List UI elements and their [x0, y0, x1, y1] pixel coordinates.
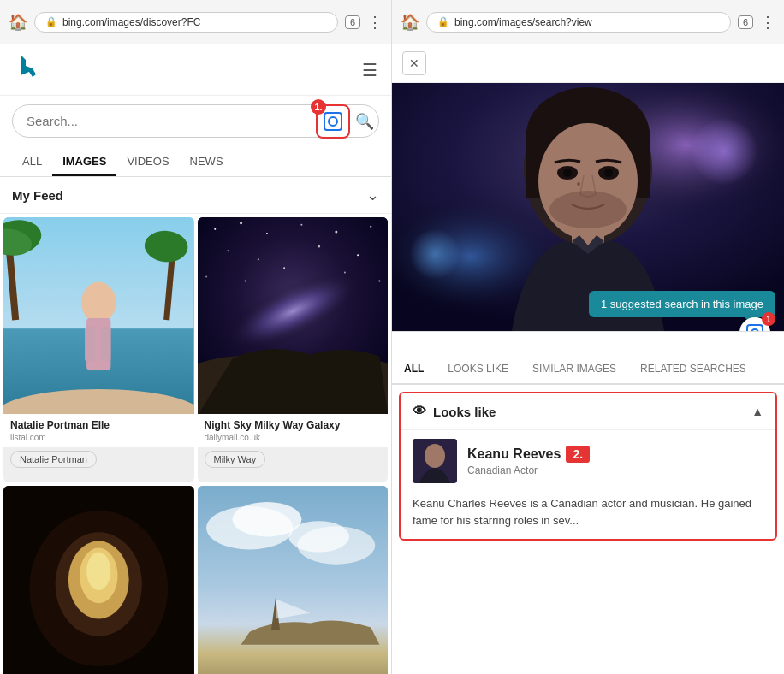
svg-rect-10 — [85, 327, 95, 361]
search-icon[interactable]: 🔍 — [355, 112, 374, 131]
my-feed-label: My Feed — [12, 188, 63, 203]
svg-point-15 — [265, 233, 267, 234]
natalie-tag[interactable]: Natalie Portman — [10, 451, 97, 468]
home-icon-right[interactable]: 🏠 — [401, 13, 419, 32]
card-sky[interactable] — [198, 486, 389, 674]
svg-point-34 — [86, 553, 110, 591]
person-thumbnail — [413, 439, 457, 483]
milky-card-label: Night Sky Milky Way Galaxy dailymail.co.… — [198, 414, 389, 447]
lock-icon-left: 🔒 — [45, 16, 57, 27]
step-2-badge: 2. — [566, 446, 590, 463]
svg-point-51 — [549, 191, 627, 228]
search-icons-right: 1. 🔍 — [316, 104, 374, 139]
tab-videos[interactable]: VIDEOS — [116, 146, 179, 176]
natalie-card-label: Natalie Portman Elle listal.com — [3, 414, 194, 447]
chevron-down-icon[interactable]: ⌄ — [366, 186, 379, 204]
svg-point-23 — [205, 275, 207, 277]
svg-point-50 — [604, 168, 613, 177]
image-search-panel: ✕ — [392, 44, 784, 332]
url-box-left[interactable]: 🔒 bing.com/images/discover?FC — [34, 12, 338, 33]
search-bar-container: 1. 🔍 — [0, 96, 391, 146]
bg-light-blue — [409, 228, 460, 280]
tab-images[interactable]: IMAGES — [52, 146, 116, 176]
badge-count: 1 — [762, 312, 775, 326]
natalie-image — [3, 217, 194, 414]
cave-image — [3, 486, 194, 674]
natalie-title: Natalie Portman Elle — [10, 419, 187, 431]
svg-point-25 — [283, 267, 285, 269]
menu-dots-right[interactable]: ⋮ — [760, 13, 775, 32]
bing-header: ☰ — [0, 44, 391, 96]
right-panel-tabs: ALL LOOKS LIKE SIMILAR IMAGES RELATED SE… — [392, 354, 784, 385]
tab-news[interactable]: NEWS — [180, 146, 234, 176]
visual-search-icon — [324, 112, 342, 131]
person-name: Keanu Reeves — [467, 446, 561, 462]
collapse-button[interactable]: ▲ — [751, 405, 763, 418]
svg-point-8 — [81, 282, 116, 324]
svg-point-19 — [227, 250, 229, 251]
svg-point-18 — [370, 226, 371, 228]
url-box-right[interactable]: 🔒 bing.com/images/search?view — [426, 12, 731, 33]
milky-title: Night Sky Milky Way Galaxy — [205, 419, 382, 431]
looks-like-header: 👁 Looks like ▲ — [401, 393, 775, 429]
url-text-left: bing.com/images/discover?FC — [62, 16, 327, 28]
home-icon[interactable]: 🏠 — [9, 13, 27, 32]
svg-point-14 — [240, 222, 242, 224]
sky-image — [198, 486, 389, 674]
panel-header: ✕ — [392, 44, 784, 83]
natalie-source: listal.com — [10, 433, 187, 442]
svg-point-24 — [244, 281, 246, 282]
person-info: Keanu Reeves 2. Canadian Actor — [467, 446, 763, 476]
svg-point-21 — [318, 245, 320, 248]
milky-source: dailymail.co.uk — [205, 433, 382, 442]
right-browser-panel: 🏠 🔒 bing.com/images/search?view 6 ⋮ ✕ — [392, 0, 784, 674]
svg-point-22 — [357, 254, 359, 256]
svg-point-13 — [214, 228, 216, 230]
left-browser-panel: 🏠 🔒 bing.com/images/discover?FC 6 ⋮ ☰ 1.… — [0, 0, 392, 674]
suggested-search-tooltip: 1 suggested search in this image — [589, 291, 775, 317]
lock-icon-right: 🔒 — [437, 16, 449, 27]
milky-image — [198, 217, 389, 414]
keanu-main-image: 1 suggested search in this image 1 — [392, 83, 784, 331]
milky-tag[interactable]: Milky Way — [205, 451, 266, 468]
menu-dots-left[interactable]: ⋮ — [367, 13, 383, 32]
close-button[interactable]: ✕ — [402, 51, 426, 75]
eye-icon: 👁 — [413, 404, 426, 419]
tab-all[interactable]: ALL — [12, 146, 52, 176]
looks-like-title: 👁 Looks like — [413, 404, 496, 419]
image-grid: Natalie Portman Elle listal.com Natalie … — [0, 214, 391, 674]
nav-tabs: ALL IMAGES VIDEOS NEWS — [0, 146, 391, 177]
tab-looks-like[interactable]: LOOKS LIKE — [436, 354, 520, 383]
svg-point-55 — [425, 444, 445, 468]
browser-bar-left: 🏠 🔒 bing.com/images/discover?FC 6 ⋮ — [0, 0, 391, 44]
person-subtitle: Canadian Actor — [467, 464, 763, 476]
my-feed-header: My Feed ⌄ — [0, 177, 391, 214]
person-description: Keanu Charles Reeves is a Canadian actor… — [401, 492, 775, 539]
looks-like-section: 👁 Looks like ▲ Keanu Reeves 2. Canadian … — [399, 392, 777, 541]
svg-point-17 — [335, 230, 337, 233]
bg-light-purple — [690, 117, 758, 186]
tab-related-searches[interactable]: RELATED SEARCHES — [628, 354, 758, 383]
card-cave[interactable] — [3, 486, 194, 674]
card-natalie[interactable]: Natalie Portman Elle listal.com Natalie … — [3, 217, 194, 482]
svg-point-27 — [378, 281, 380, 282]
tab-similar-images[interactable]: SIMILAR IMAGES — [520, 354, 628, 383]
url-text-right: bing.com/images/search?view — [454, 16, 720, 28]
bing-logo[interactable] — [14, 51, 41, 88]
svg-point-20 — [257, 258, 258, 260]
tab-count-left[interactable]: 6 — [345, 15, 360, 29]
svg-point-16 — [300, 224, 302, 226]
svg-point-39 — [288, 521, 349, 552]
browser-bar-right: 🏠 🔒 bing.com/images/search?view 6 ⋮ — [392, 0, 784, 44]
svg-point-49 — [563, 168, 572, 177]
tab-count-right[interactable]: 6 — [738, 15, 753, 29]
svg-rect-11 — [100, 327, 110, 361]
card-milky[interactable]: Night Sky Milky Way Galaxy dailymail.co.… — [198, 217, 389, 482]
svg-point-53 — [577, 182, 580, 186]
visual-search-button[interactable]: 1. — [316, 104, 350, 139]
visual-search-float-icon — [746, 324, 763, 331]
person-result[interactable]: Keanu Reeves 2. Canadian Actor — [401, 429, 775, 492]
looks-like-label: Looks like — [433, 405, 496, 419]
tab-all-right[interactable]: ALL — [392, 354, 436, 385]
hamburger-menu[interactable]: ☰ — [362, 60, 377, 80]
